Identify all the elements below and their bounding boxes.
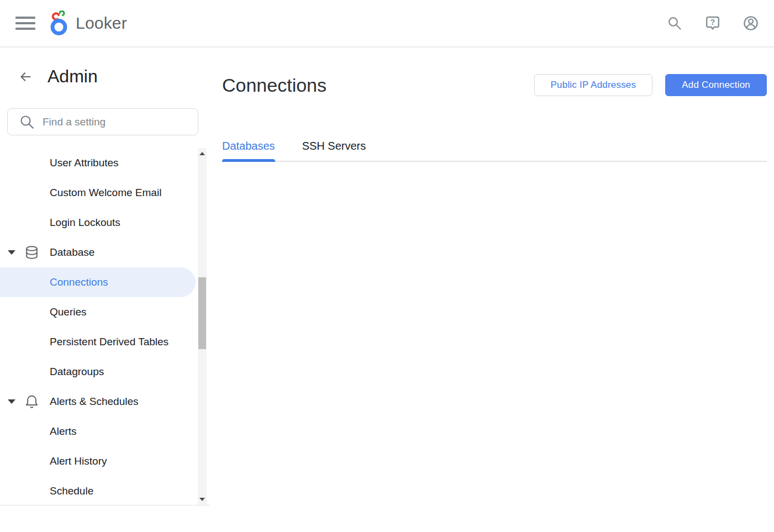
sidebar-item-user-attributes[interactable]: User Attributes (0, 148, 210, 178)
search-icon[interactable] (667, 15, 682, 31)
svg-text:?: ? (710, 18, 715, 27)
caret-down-icon[interactable] (8, 399, 15, 404)
sidebar-item-login-lockouts[interactable]: Login Lockouts (0, 208, 210, 238)
public-ip-addresses-button[interactable]: Public IP Addresses (534, 74, 653, 96)
hamburger-menu-icon[interactable] (15, 16, 35, 30)
top-bar: Looker ? (0, 0, 774, 48)
scroll-up-icon[interactable] (199, 152, 205, 155)
sidebar-item-alerts[interactable]: Alerts (0, 417, 210, 446)
search-icon (19, 114, 34, 129)
sidebar-title: Admin (48, 66, 98, 87)
looker-logo-icon (50, 10, 71, 36)
sidebar-scrollbar[interactable] (198, 148, 207, 505)
connections-tabs: Databases SSH Servers (222, 140, 767, 162)
back-arrow-icon[interactable] (18, 70, 33, 84)
settings-list: User Attributes Custom Welcome Email Log… (0, 148, 210, 505)
sidebar-section-database[interactable]: Database (0, 238, 210, 267)
sidebar-section-alerts-schedules[interactable]: Alerts & Schedules (0, 387, 210, 417)
sidebar-item-connections[interactable]: Connections (0, 267, 196, 297)
page-title: Connections (222, 75, 327, 96)
sidebar-item-persistent-derived-tables[interactable]: Persistent Derived Tables (0, 327, 210, 357)
tab-databases[interactable]: Databases (222, 140, 275, 161)
main-content: Connections Public IP Addresses Add Conn… (210, 48, 774, 531)
bell-icon (24, 394, 39, 409)
caret-down-icon[interactable] (8, 250, 15, 255)
sidebar-item-queries[interactable]: Queries (0, 297, 210, 327)
scrollbar-thumb[interactable] (198, 277, 206, 349)
help-icon[interactable]: ? (705, 15, 720, 31)
sidebar-item-schedule[interactable]: Schedule (0, 476, 210, 505)
sidebar-item-datagroups[interactable]: Datagroups (0, 357, 210, 387)
database-icon (24, 245, 39, 260)
find-setting-search[interactable] (7, 108, 198, 135)
tab-ssh-servers[interactable]: SSH Servers (302, 140, 366, 161)
logo-text: Looker (76, 14, 127, 33)
search-input[interactable] (43, 116, 198, 128)
admin-sidebar: Admin User Attributes Custom Welcome Ema… (0, 48, 210, 531)
sidebar-item-custom-welcome-email[interactable]: Custom Welcome Email (0, 178, 210, 208)
add-connection-button[interactable]: Add Connection (665, 74, 767, 96)
sidebar-item-alert-history[interactable]: Alert History (0, 446, 210, 476)
scroll-down-icon[interactable] (199, 498, 205, 501)
looker-logo[interactable]: Looker (50, 10, 127, 36)
account-icon[interactable] (743, 15, 759, 31)
